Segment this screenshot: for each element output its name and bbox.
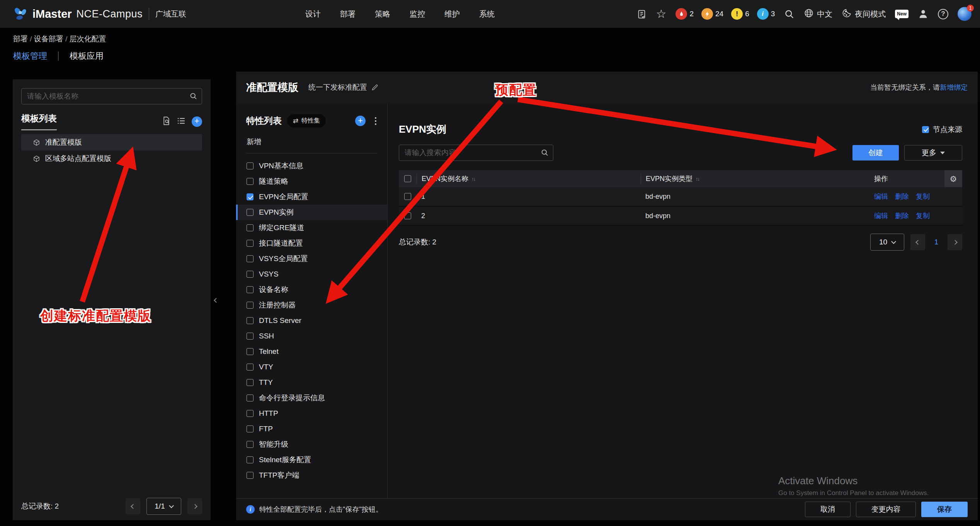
feature-set-toggle[interactable]: ⇄ 特性集 <box>287 114 326 128</box>
next-page-button[interactable] <box>948 234 962 250</box>
sort-icon[interactable]: ↑↓ <box>696 176 699 182</box>
feature-item[interactable]: 注册控制器 <box>236 297 387 313</box>
row-checkbox[interactable] <box>404 212 411 219</box>
feature-checkbox[interactable] <box>247 394 254 401</box>
feature-checkbox[interactable] <box>247 379 254 386</box>
favorites-icon[interactable]: ☆ <box>656 8 667 20</box>
alarm-prompt[interactable]: i3 <box>757 8 775 20</box>
feature-checkbox[interactable] <box>247 472 254 479</box>
feature-checkbox[interactable] <box>247 162 254 169</box>
template-search-input[interactable] <box>21 88 202 104</box>
feature-item[interactable]: EVPN全局配置 <box>236 189 387 205</box>
feature-item[interactable]: VPN基本信息 <box>236 158 387 174</box>
nav-item[interactable]: 设计 <box>305 9 321 19</box>
alarm-critical[interactable]: 2 <box>675 8 694 20</box>
feature-checkbox[interactable] <box>247 364 254 371</box>
language-switch[interactable]: 中文 <box>804 8 832 20</box>
feature-item[interactable]: SSH <box>236 328 387 344</box>
feature-item[interactable]: 命令行登录提示信息 <box>236 390 387 406</box>
feature-checkbox[interactable] <box>247 255 254 262</box>
theme-toggle[interactable]: 夜间模式 <box>842 8 886 20</box>
evpn-search-input[interactable] <box>399 145 553 161</box>
feature-item[interactable]: 智能升级 <box>236 437 387 452</box>
feature-item[interactable]: HTTP <box>236 406 387 421</box>
nav-item[interactable]: 监控 <box>410 9 425 19</box>
add-template-button[interactable]: + <box>192 116 202 127</box>
page-size-select[interactable]: 10 <box>870 234 904 251</box>
feature-checkbox[interactable] <box>247 410 254 417</box>
next-page-button[interactable] <box>187 498 202 514</box>
prev-page-button[interactable] <box>126 498 140 514</box>
feature-item[interactable]: 接口隧道配置 <box>236 236 387 251</box>
action-link[interactable]: 删除 <box>895 211 909 220</box>
action-link[interactable]: 复制 <box>916 192 930 201</box>
feature-checkbox[interactable] <box>247 286 254 293</box>
feature-item[interactable]: FTP <box>236 421 387 437</box>
save-button[interactable]: 保存 <box>921 502 968 517</box>
action-link[interactable]: 编辑 <box>874 211 888 220</box>
feature-checkbox[interactable] <box>247 224 254 231</box>
sidebar-collapse-handle[interactable] <box>211 289 221 311</box>
feature-item[interactable]: 隧道策略 <box>236 174 387 189</box>
feature-checkbox[interactable] <box>247 317 254 324</box>
feature-checkbox[interactable] <box>247 209 254 216</box>
feature-checkbox[interactable] <box>247 178 254 185</box>
template-item[interactable]: 准配置模版 <box>21 134 202 150</box>
node-source-checkbox[interactable] <box>922 126 929 133</box>
sort-icon[interactable]: ↑↓ <box>471 176 475 182</box>
avatar[interactable]: 1 <box>958 7 971 21</box>
column-header[interactable]: EVPN实例类型↑↓ <box>641 174 869 184</box>
feature-checkbox[interactable] <box>247 193 254 200</box>
column-header[interactable]: EVPN实例名称↑↓ <box>417 174 641 184</box>
more-button[interactable]: 更多 <box>904 145 962 161</box>
column-settings-icon[interactable]: ⚙ <box>950 175 957 183</box>
add-feature-button[interactable]: + <box>355 116 366 126</box>
feature-checkbox[interactable] <box>247 302 254 309</box>
search-icon[interactable] <box>189 92 197 102</box>
feature-item[interactable]: TTY <box>236 375 387 390</box>
template-item[interactable]: 区域多站点配置模版 <box>21 150 202 167</box>
feature-item[interactable]: Stelnet服务配置 <box>236 452 387 468</box>
feature-item[interactable]: 绑定GRE隧道 <box>236 220 387 236</box>
add-binding-link[interactable]: 新增绑定 <box>940 84 968 91</box>
nav-item[interactable]: 部署 <box>340 9 356 19</box>
more-options-icon[interactable] <box>375 120 376 122</box>
feature-item[interactable]: DTLS Server <box>236 313 387 328</box>
feature-item[interactable]: VTY <box>236 359 387 375</box>
action-link[interactable]: 复制 <box>916 211 930 220</box>
feature-item[interactable]: 设备名称 <box>236 282 387 297</box>
nav-item[interactable]: 系统 <box>479 9 495 19</box>
action-link[interactable]: 删除 <box>895 192 909 201</box>
feature-item[interactable]: VSYS全局配置 <box>236 251 387 266</box>
prev-page-button[interactable] <box>910 234 925 250</box>
search-icon[interactable] <box>541 149 549 158</box>
cancel-button[interactable]: 取消 <box>805 502 851 517</box>
page-select[interactable]: 1/1 <box>146 498 181 515</box>
nav-item[interactable]: 维护 <box>444 9 460 19</box>
breadcrumb-item[interactable]: 层次化配置 <box>70 35 106 43</box>
user-icon[interactable] <box>918 9 929 19</box>
list-view-icon[interactable] <box>177 116 186 127</box>
feature-checkbox[interactable] <box>247 441 254 448</box>
nav-item[interactable]: 策略 <box>375 9 390 19</box>
task-log-icon[interactable] <box>636 9 647 19</box>
feature-checkbox[interactable] <box>247 333 254 340</box>
row-checkbox[interactable] <box>404 193 411 200</box>
changes-button[interactable]: 变更内容 <box>856 502 916 517</box>
help-icon[interactable]: ? <box>938 9 948 19</box>
node-source-toggle[interactable]: 节点来源 <box>922 125 962 135</box>
action-link[interactable]: 编辑 <box>874 192 888 201</box>
feature-checkbox[interactable] <box>247 456 254 463</box>
search-icon[interactable] <box>784 9 795 19</box>
tab-template-manage[interactable]: 模板管理 <box>13 50 47 62</box>
feature-checkbox[interactable] <box>247 425 254 432</box>
tab-template-apply[interactable]: 模板应用 <box>70 50 104 62</box>
feature-checkbox[interactable] <box>247 348 254 355</box>
feature-checkbox[interactable] <box>247 271 254 278</box>
whats-new-icon[interactable]: New <box>895 10 909 18</box>
edit-icon[interactable] <box>371 84 379 91</box>
alarm-minor[interactable]: !6 <box>731 8 749 20</box>
feature-item[interactable]: TFTP客户端 <box>236 468 387 483</box>
feature-item[interactable]: EVPN实例 <box>236 205 387 220</box>
breadcrumb-item[interactable]: 部署 <box>13 35 28 43</box>
